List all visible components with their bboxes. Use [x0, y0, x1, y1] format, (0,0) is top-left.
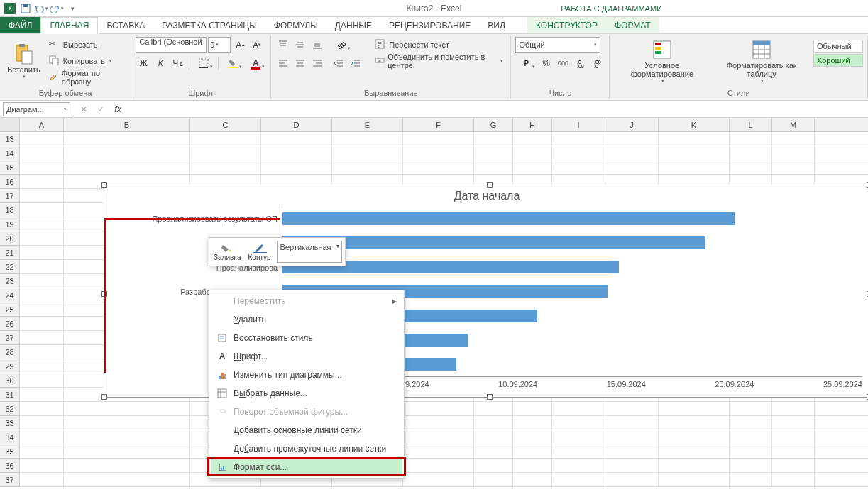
row-header-24[interactable]: 24	[0, 288, 19, 302]
row-header-13[interactable]: 13	[0, 132, 19, 146]
menu-delete[interactable]: Удалить	[211, 310, 402, 329]
row-header-37[interactable]: 37	[0, 473, 19, 487]
mini-fill-button[interactable]: Заливка	[212, 241, 243, 263]
col-header-J[interactable]: J	[605, 118, 659, 131]
row-header-31[interactable]: 31	[0, 388, 19, 402]
chart-bar[interactable]	[282, 236, 705, 249]
row-header-30[interactable]: 30	[0, 373, 19, 388]
align-bottom-icon[interactable]	[309, 37, 325, 53]
comma-icon[interactable]: 000	[555, 55, 571, 71]
col-header-B[interactable]: B	[64, 118, 190, 131]
row-header-23[interactable]: 23	[0, 274, 19, 288]
number-format-dropdown[interactable]: Общий▾	[515, 37, 600, 53]
chart-bar[interactable]	[282, 212, 735, 225]
fill-color-icon[interactable]	[222, 55, 243, 71]
mini-axis-dropdown[interactable]: Вертикальная	[277, 241, 342, 263]
col-header-G[interactable]: G	[474, 118, 513, 131]
menu-change-chart-type[interactable]: Изменить тип диаграммы...	[211, 366, 402, 384]
formula-input[interactable]	[128, 102, 868, 116]
increase-font-icon[interactable]: A▴	[232, 37, 248, 53]
style-normal[interactable]: Обычный	[813, 40, 863, 53]
bold-icon[interactable]: Ж	[136, 55, 151, 71]
col-header-K[interactable]: K	[659, 118, 730, 131]
font-color-icon[interactable]: А	[245, 55, 266, 71]
name-box[interactable]: Диаграм...▾	[3, 102, 70, 116]
border-icon[interactable]	[193, 55, 214, 71]
worksheet-grid[interactable]: ABCDEFGHIJKLM 13141516171819202122232425…	[0, 118, 868, 487]
format-painter-button[interactable]: Формат по образцу	[46, 70, 127, 85]
row-header-35[interactable]: 35	[0, 444, 19, 459]
row-header-18[interactable]: 18	[0, 203, 19, 217]
row-header-26[interactable]: 26	[0, 317, 19, 331]
align-left-icon[interactable]	[275, 55, 291, 71]
chart-title[interactable]: Дата начала	[104, 185, 868, 207]
tab-design[interactable]: КОНСТРУКТОР	[527, 17, 606, 33]
menu-reset-style[interactable]: Восстановить стиль	[211, 329, 402, 347]
col-header-C[interactable]: C	[190, 118, 261, 131]
col-header-E[interactable]: E	[332, 118, 403, 131]
cells[interactable]: Дата начала Проанализировать результаты …	[20, 132, 868, 487]
col-header-I[interactable]: I	[552, 118, 605, 131]
row-header-20[interactable]: 20	[0, 231, 19, 246]
underline-icon[interactable]: Ч▾	[170, 55, 185, 71]
row-header-34[interactable]: 34	[0, 430, 19, 444]
row-header-16[interactable]: 16	[0, 175, 19, 189]
col-header-L[interactable]: L	[730, 118, 772, 131]
row-header-14[interactable]: 14	[0, 146, 19, 160]
row-header-19[interactable]: 19	[0, 217, 19, 231]
align-right-icon[interactable]	[309, 55, 325, 71]
enter-formula-icon[interactable]: ✓	[93, 102, 109, 117]
tab-view[interactable]: ВИД	[479, 17, 514, 33]
tab-data[interactable]: ДАННЫЕ	[326, 17, 380, 33]
row-header-33[interactable]: 33	[0, 416, 19, 430]
tab-page-layout[interactable]: РАЗМЕТКА СТРАНИЦЫ	[153, 17, 265, 33]
wrap-text-button[interactable]: abcПеренести текст	[372, 37, 506, 53]
row-header-27[interactable]: 27	[0, 331, 19, 345]
mini-outline-button[interactable]: Контур	[247, 241, 273, 263]
select-all-corner[interactable]	[0, 118, 20, 131]
menu-font[interactable]: АШрифт...	[211, 347, 402, 366]
qat-customize-icon[interactable]: ▾	[65, 1, 79, 16]
format-table-button[interactable]: Форматировать как таблицу▾	[713, 37, 811, 85]
row-header-21[interactable]: 21	[0, 246, 19, 260]
accounting-icon[interactable]: ₽	[515, 55, 537, 71]
undo-icon[interactable]: ▾	[34, 1, 48, 16]
tab-review[interactable]: РЕЦЕНЗИРОВАНИЕ	[380, 17, 479, 33]
style-good[interactable]: Хороший	[813, 54, 863, 67]
tab-home[interactable]: ГЛАВНАЯ	[40, 17, 98, 34]
row-header-15[interactable]: 15	[0, 160, 19, 175]
merge-button[interactable]: aОбъединить и поместить в центре▾	[372, 53, 506, 69]
decrease-font-icon[interactable]: A▾	[249, 37, 265, 53]
percent-icon[interactable]: %	[538, 55, 554, 71]
cut-button[interactable]: ✂Вырезать	[46, 37, 127, 53]
tab-formulas[interactable]: ФОРМУЛЫ	[265, 17, 326, 33]
align-top-icon[interactable]	[275, 37, 291, 53]
redo-icon[interactable]: ▾	[50, 1, 64, 16]
save-icon[interactable]	[18, 1, 33, 16]
row-header-36[interactable]: 36	[0, 459, 19, 473]
col-header-F[interactable]: F	[403, 118, 474, 131]
paste-button[interactable]: Вставить ▾	[4, 37, 43, 85]
fx-icon[interactable]: fx	[110, 102, 126, 117]
cancel-formula-icon[interactable]: ✕	[76, 102, 92, 117]
font-name-input[interactable]: Calibri (Основной	[136, 37, 207, 53]
align-middle-icon[interactable]	[292, 37, 308, 53]
tab-insert[interactable]: ВСТАВКА	[98, 17, 153, 33]
increase-indent-icon[interactable]	[348, 55, 363, 71]
col-header-M[interactable]: M	[772, 118, 815, 131]
orientation-icon[interactable]: ab	[331, 37, 352, 53]
decrease-indent-icon[interactable]	[331, 55, 346, 71]
col-header-H[interactable]: H	[513, 118, 552, 131]
decrease-decimal-icon[interactable]: ,00,0	[589, 55, 605, 71]
row-header-32[interactable]: 32	[0, 402, 19, 416]
align-center-icon[interactable]	[292, 55, 308, 71]
tab-format[interactable]: ФОРМАТ	[606, 17, 659, 33]
increase-decimal-icon[interactable]: ,0,00	[572, 55, 588, 71]
row-header-22[interactable]: 22	[0, 260, 19, 274]
row-header-29[interactable]: 29	[0, 359, 19, 373]
menu-select-data[interactable]: Выбрать данные...	[211, 384, 402, 403]
row-header-28[interactable]: 28	[0, 345, 19, 359]
col-header-A[interactable]: A	[20, 118, 64, 131]
row-header-17[interactable]: 17	[0, 189, 19, 203]
row-header-25[interactable]: 25	[0, 302, 19, 317]
